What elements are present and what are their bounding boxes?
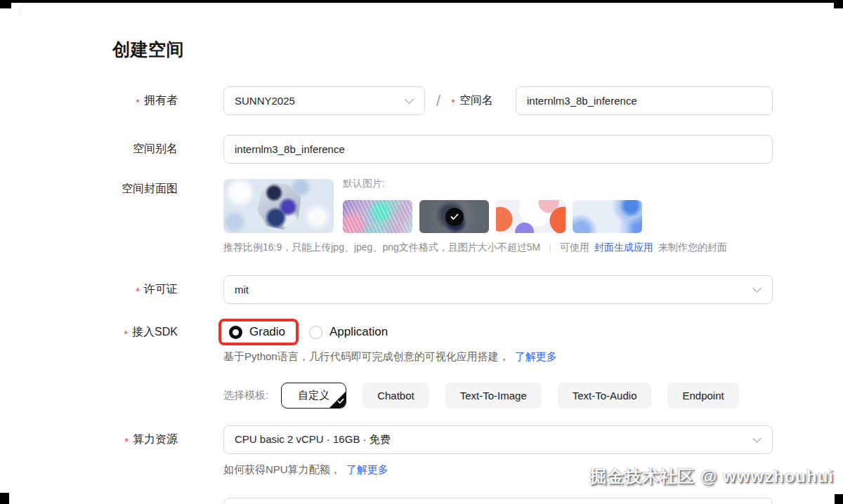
watermark: 掘金技术社区 @ wwwzhouhui — [589, 465, 834, 488]
sdk-controls: Gradio Application — [223, 319, 773, 345]
base-env-row: * 基础环境 openeuler-python3.10-pytorch2.1.0… — [112, 498, 773, 504]
sdk-radio-application[interactable]: Application — [309, 325, 388, 339]
template-button-text-to-audio[interactable]: Text-To-Audio — [558, 383, 652, 409]
cover-preview-crystal — [256, 183, 303, 230]
frame-corner-mark — [834, 0, 843, 8]
chevron-down-icon — [405, 95, 414, 104]
cover-label: 空间封面图 — [122, 182, 178, 197]
cover-thumbnail-circles[interactable] — [496, 200, 566, 233]
sdk-radio-gradio-label: Gradio — [249, 325, 285, 339]
cover-hint-suffix: 来制作您的封面 — [658, 241, 727, 254]
template-button-endpoint-label: Endpoint — [682, 390, 724, 402]
owner-row: * 拥有者 SUNNY2025 / * 空间名 — [112, 86, 773, 115]
sdk-hint-row: 基于Python语言，几行代码即可完成创意的可视化应用搭建， 了解更多 — [112, 350, 773, 364]
cover-wrap: 默认图片: 推 — [223, 179, 727, 254]
video-frame-top-bar — [0, 0, 843, 3]
frame-corner-mark — [0, 0, 11, 8]
compute-controls: CPU basic 2 vCPU · 16GB · 免费 — [223, 425, 773, 454]
space-name-input[interactable] — [516, 86, 773, 115]
compute-select[interactable]: CPU basic 2 vCPU · 16GB · 免费 — [223, 425, 773, 454]
cover-row: 空间封面图 默认图片: — [112, 179, 773, 254]
template-controls: 选择模板: 自定义 Chatbot Text-To-Image Text-To-… — [223, 383, 773, 409]
sdk-radio-application-label: Application — [329, 325, 388, 339]
space-name-label: 空间名 — [459, 93, 493, 108]
cover-thumbnail-row — [343, 200, 642, 233]
npu-hint-text: 如何获得NPU算力配额， — [223, 463, 341, 477]
sdk-row: * 接入SDK Gradio Application — [112, 319, 773, 345]
required-marker: * — [124, 436, 129, 446]
owner-select[interactable]: SUNNY2025 — [223, 86, 425, 115]
compute-label: 算力资源 — [133, 432, 178, 447]
cover-hint-text: 推荐比例16:9，只能上传jpg、jpeg、png文件格式，且图片大小不超过5M — [223, 241, 540, 254]
template-button-text-to-image-label: Text-To-Image — [460, 390, 527, 402]
license-label: 许可证 — [144, 282, 178, 297]
cover-thumbnail-waves[interactable] — [343, 200, 412, 233]
template-button-chatbot[interactable]: Chatbot — [362, 383, 429, 409]
template-button-custom[interactable]: 自定义 — [281, 383, 346, 409]
selected-check-icon — [445, 208, 464, 226]
compute-select-value: CPU basic 2 vCPU · 16GB · 免费 — [235, 433, 391, 446]
sdk-learn-more-link[interactable]: 了解更多 — [515, 350, 557, 364]
license-select-value: mit — [235, 284, 249, 296]
license-controls: mit — [223, 275, 773, 304]
alias-controls — [223, 135, 773, 164]
required-marker: * — [136, 286, 140, 296]
cover-generator-link[interactable]: 封面生成应用 — [594, 241, 653, 254]
cover-controls: 默认图片: 推 — [223, 179, 773, 254]
space-name-label-wrap: * 空间名 — [451, 93, 493, 108]
alias-row: 空间别名 — [112, 135, 773, 164]
template-row: 选择模板: 自定义 Chatbot Text-To-Image Text-To-… — [112, 383, 773, 409]
owner-select-value: SUNNY2025 — [235, 95, 295, 107]
required-marker: * — [136, 97, 140, 107]
default-images-block: 默认图片: — [343, 179, 642, 233]
compute-label-wrap: * 算力资源 — [112, 432, 178, 447]
sdk-radio-gradio[interactable]: Gradio — [229, 325, 285, 339]
frame-corner-mark — [0, 493, 9, 504]
cover-thumbnail-swirls[interactable] — [573, 200, 642, 233]
cover-hint-prefix: 可使用 — [560, 241, 589, 254]
owner-label-wrap: * 拥有者 — [112, 93, 178, 108]
license-label-wrap: * 许可证 — [112, 282, 178, 297]
check-icon — [337, 394, 344, 406]
template-button-chatbot-label: Chatbot — [377, 390, 414, 402]
default-images-label: 默认图片: — [343, 178, 642, 190]
path-separator: / — [436, 92, 440, 110]
frame-corner-mark — [835, 494, 843, 504]
sdk-hint: 基于Python语言，几行代码即可完成创意的可视化应用搭建， 了解更多 — [223, 350, 773, 364]
cover-top: 默认图片: — [223, 179, 727, 233]
required-marker: * — [124, 329, 128, 339]
template-label: 选择模板: — [223, 389, 268, 402]
chevron-down-icon — [752, 434, 762, 443]
radio-unselected-icon — [309, 326, 322, 339]
cover-thumbnail-crystal-selected[interactable] — [419, 200, 489, 233]
cover-label-wrap: 空间封面图 — [112, 182, 178, 197]
chevron-down-icon — [752, 284, 762, 293]
alias-input[interactable] — [223, 135, 773, 164]
radio-selected-icon — [229, 326, 242, 339]
cover-hint: 推荐比例16:9，只能上传jpg、jpeg、png文件格式，且图片大小不超过5M… — [223, 241, 727, 254]
owner-label: 拥有者 — [144, 93, 178, 108]
license-select[interactable]: mit — [223, 275, 773, 304]
template-button-text-to-image[interactable]: Text-To-Image — [445, 383, 542, 409]
template-button-custom-label: 自定义 — [298, 389, 329, 402]
alias-label: 空间别名 — [133, 142, 178, 157]
base-env-controls: openeuler-python3.10-pytorch2.1.0-openmi… — [223, 498, 773, 504]
sdk-hint-text: 基于Python语言，几行代码即可完成创意的可视化应用搭建， — [223, 350, 509, 364]
cover-preview-image[interactable] — [223, 179, 334, 233]
annotation-highlight-box: Gradio — [218, 319, 299, 345]
base-env-select[interactable]: openeuler-python3.10-pytorch2.1.0-openmi… — [223, 498, 773, 504]
sdk-label: 接入SDK — [132, 325, 178, 340]
template-buttons: 自定义 Chatbot Text-To-Image Text-To-Audio … — [281, 383, 739, 409]
alias-label-wrap: 空间别名 — [112, 142, 178, 157]
hint-divider: ｜ — [545, 241, 555, 254]
create-space-page: 创建空间 * 拥有者 SUNNY2025 / * 空间名 空间别名 — [112, 0, 773, 504]
npu-learn-more-link[interactable]: 了解更多 — [346, 463, 388, 477]
required-marker: * — [451, 97, 455, 107]
owner-controls: SUNNY2025 / * 空间名 — [223, 86, 773, 115]
compute-row: * 算力资源 CPU basic 2 vCPU · 16GB · 免费 — [112, 425, 773, 454]
sdk-label-wrap: * 接入SDK — [112, 325, 178, 340]
license-row: * 许可证 mit — [112, 275, 773, 304]
template-button-endpoint[interactable]: Endpoint — [667, 383, 738, 409]
template-button-text-to-audio-label: Text-To-Audio — [573, 390, 637, 402]
page-title: 创建空间 — [112, 38, 773, 61]
